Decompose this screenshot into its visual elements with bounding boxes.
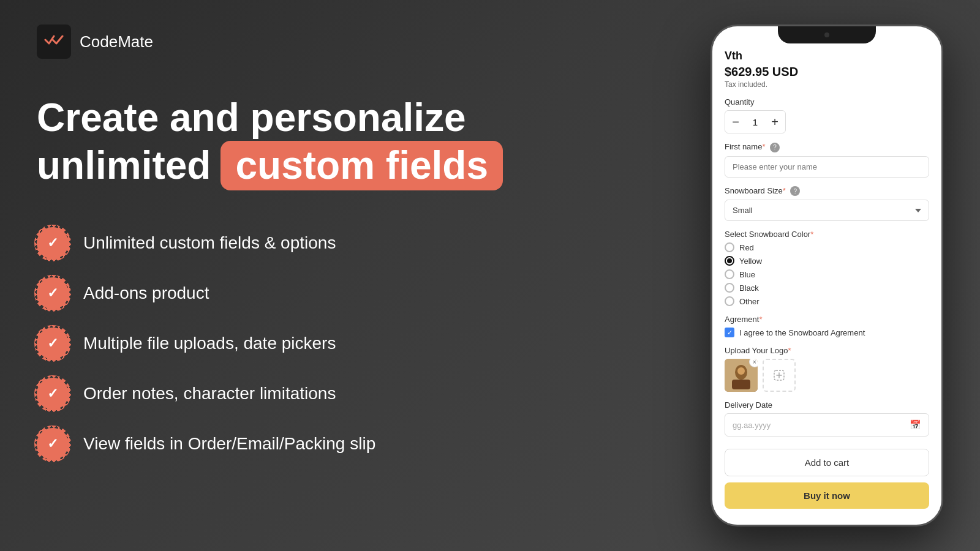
agreement-section: Agrement* ✓ I agree to the Snowboard Agr… [725, 315, 929, 337]
check-icon-4: ✓ [47, 386, 58, 402]
left-panel: CodeMate Create and personalize unlimite… [0, 0, 698, 551]
upload-area: × [725, 359, 929, 392]
delivery-date-input[interactable]: gg.aa.yyyy 📅 [725, 413, 929, 437]
radio-item-yellow[interactable]: Yellow [725, 256, 929, 266]
radio-circle-blue [725, 269, 734, 279]
quantity-control[interactable]: − 1 + [725, 110, 786, 133]
feature-check-2: ✓ [37, 277, 69, 309]
feature-item-2: ✓ Add-ons product [37, 277, 662, 309]
radio-circle-black [725, 283, 734, 293]
radio-item-other[interactable]: Other [725, 296, 929, 306]
notch-dot [824, 32, 829, 37]
phone-mockup: Vth $629.95 USD Tax included. Quantity −… [710, 24, 943, 527]
radio-label-other: Other [739, 297, 760, 306]
first-name-label: First name* ? [725, 142, 929, 152]
checkbox-check-icon: ✓ [727, 329, 733, 337]
hero-text: Create and personalize unlimited custom … [37, 96, 662, 190]
upload-label: Upload Your Logo* [725, 346, 929, 355]
radio-circle-yellow [725, 256, 734, 266]
logo-icon [44, 33, 64, 50]
hero-line1: Create and personalize [37, 96, 662, 141]
first-name-help-icon[interactable]: ? [770, 143, 780, 152]
feature-check-1: ✓ [37, 227, 69, 259]
phone-content: Vth $629.95 USD Tax included. Quantity −… [712, 26, 941, 525]
agreement-checkbox-item[interactable]: ✓ I agree to the Snowboard Agrement [725, 328, 929, 337]
radio-item-red[interactable]: Red [725, 242, 929, 252]
logo-area: CodeMate [37, 24, 662, 59]
feature-item-3: ✓ Multiple file uploads, date pickers [37, 328, 662, 359]
hero-line2: unlimited custom fields [37, 141, 662, 191]
upload-section: Upload Your Logo* × [725, 346, 929, 392]
quantity-minus-button[interactable]: − [725, 111, 746, 133]
brand-name: CodeMate [80, 32, 153, 51]
radio-circle-other [725, 296, 734, 306]
agreement-checkbox-text: I agree to the Snowboard Agrement [739, 328, 865, 337]
check-icon-5: ✓ [47, 436, 58, 452]
feature-label-1: Unlimited custom fields & options [83, 233, 336, 253]
logo-box [37, 24, 71, 59]
feature-item-1: ✓ Unlimited custom fields & options [37, 227, 662, 259]
radio-item-blue[interactable]: Blue [725, 269, 929, 279]
radio-label-red: Red [739, 243, 754, 252]
feature-list: ✓ Unlimited custom fields & options ✓ Ad… [37, 227, 662, 460]
feature-label-3: Multiple file uploads, date pickers [83, 334, 336, 353]
snowboard-size-section: Snowboard Size* ? Small Medium Large [725, 186, 929, 230]
feature-label-5: View fields in Order/Email/Packing slip [83, 434, 375, 454]
snowboard-color-section: Select Snowboard Color* Red Yellow Blue … [725, 230, 929, 306]
color-group-label: Select Snowboard Color* [725, 230, 929, 239]
feature-check-4: ✓ [37, 378, 69, 410]
delivery-date-label: Delivery Date [725, 400, 929, 410]
delivery-date-placeholder: gg.aa.yyyy [733, 421, 771, 430]
radio-label-yellow: Yellow [739, 257, 762, 266]
first-name-input[interactable] [725, 156, 929, 178]
feature-check-5: ✓ [37, 428, 69, 460]
feature-item-4: ✓ Order notes, character limitations [37, 378, 662, 410]
hero-line2-prefix: unlimited [37, 143, 211, 189]
delivery-date-section: Delivery Date gg.aa.yyyy 📅 [725, 400, 929, 437]
buy-now-button[interactable]: Buy it now [725, 482, 929, 509]
quantity-label: Quantity [725, 97, 929, 107]
calendar-icon: 📅 [910, 419, 921, 430]
quantity-section: Quantity − 1 + [725, 97, 929, 133]
feature-label-2: Add-ons product [83, 283, 209, 303]
radio-label-blue: Blue [739, 270, 755, 279]
check-icon-1: ✓ [47, 235, 58, 251]
phone-notch [778, 26, 876, 43]
agreement-checkbox-box[interactable]: ✓ [725, 328, 734, 337]
product-title: Vth [725, 50, 929, 62]
check-icon-3: ✓ [47, 335, 58, 351]
feature-check-3: ✓ [37, 328, 69, 359]
feature-label-4: Order notes, character limitations [83, 384, 336, 403]
svg-point-3 [737, 367, 745, 375]
snowboard-size-label: Snowboard Size* ? [725, 186, 929, 197]
add-to-cart-button[interactable]: Add to cart [725, 449, 929, 476]
feature-item-5: ✓ View fields in Order/Email/Packing sli… [37, 428, 662, 460]
svg-rect-2 [732, 380, 750, 389]
upload-add-button[interactable] [763, 359, 796, 392]
snowboard-size-help-icon[interactable]: ? [790, 186, 800, 196]
quantity-plus-button[interactable]: + [764, 111, 785, 133]
check-icon-2: ✓ [47, 285, 58, 301]
product-price: $629.95 USD [725, 65, 929, 79]
snowboard-size-select[interactable]: Small Medium Large [725, 200, 929, 221]
radio-label-black: Black [739, 283, 759, 293]
quantity-value: 1 [746, 117, 764, 127]
agreement-label: Agrement* [725, 315, 929, 324]
right-panel: Vth $629.95 USD Tax included. Quantity −… [698, 0, 980, 551]
uploaded-thumbnail: × [725, 359, 758, 392]
first-name-section: First name* ? [725, 142, 929, 186]
tax-note: Tax included. [725, 80, 929, 89]
radio-circle-red [725, 242, 734, 252]
radio-item-black[interactable]: Black [725, 283, 929, 293]
highlight-badge: custom fields [221, 141, 503, 191]
